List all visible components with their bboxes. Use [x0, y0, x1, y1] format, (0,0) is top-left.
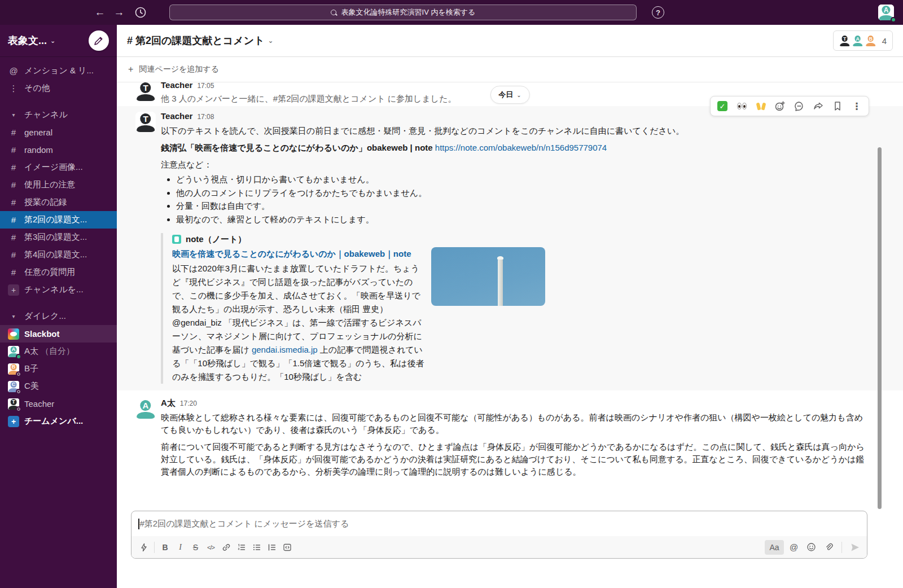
sidebar-channel-usage-notes[interactable]: #使用上の注意	[0, 176, 117, 194]
save-bookmark-button[interactable]	[828, 98, 847, 115]
bullet-item: 他の人のコメントにリプライをつけるかたちでもかまいません。	[176, 186, 865, 200]
note-site-icon	[172, 235, 181, 244]
gendai-link[interactable]: gendai.ismedia.jp	[252, 345, 318, 354]
author-name[interactable]: A太	[161, 397, 176, 409]
vertical-dots-icon: ⋮	[8, 84, 19, 94]
vertical-scrollbar[interactable]	[878, 147, 882, 509]
search-icon	[331, 10, 337, 16]
code-block-button[interactable]	[279, 540, 295, 555]
check-mark-reaction-button[interactable]: ✓	[713, 98, 732, 115]
sidebar-channel-session4[interactable]: #第4回の課題文...	[0, 246, 117, 264]
sidebar-channel-general[interactable]: #general	[0, 124, 117, 141]
send-button[interactable]	[847, 540, 862, 555]
avatar: C	[8, 381, 19, 392]
dm-section-header[interactable]: ▾ ダイレク...	[0, 308, 117, 325]
dm-b[interactable]: B B子	[0, 360, 117, 378]
triangle-down-icon: ▾	[8, 112, 19, 118]
shortcuts-button[interactable]	[136, 540, 151, 555]
sidebar-channel-image[interactable]: #イメージ画像...	[0, 159, 117, 176]
sidebar-channel-session3[interactable]: #第3回の課題文...	[0, 229, 117, 246]
chevron-down-icon: ⌄	[516, 92, 521, 98]
dm-a-self[interactable]: A A太（自分）	[0, 343, 117, 360]
dm-teacher[interactable]: T Teacher	[0, 395, 117, 413]
add-channel-button[interactable]: +チャンネルを...	[0, 281, 117, 299]
member-count-button[interactable]: T A B 4	[833, 30, 893, 51]
self-suffix: （自分）	[41, 346, 74, 357]
search-input[interactable]: 表象文化論特殊研究演習IV 内を検索する	[169, 5, 637, 20]
timestamp[interactable]: 17:08	[197, 111, 214, 122]
history-back-button[interactable]: ←	[90, 6, 109, 19]
at-icon: @	[8, 66, 19, 76]
strikethrough-button[interactable]: S	[188, 540, 203, 555]
mention-button[interactable]: @	[786, 540, 801, 555]
avatar[interactable]: T	[135, 82, 156, 101]
blockquote-button[interactable]	[264, 540, 279, 555]
message-list: T Teacher 17:05 他 3 人のメンバーと一緒に、#第2回の課題文献…	[117, 82, 903, 511]
ordered-list-button[interactable]	[234, 540, 249, 555]
add-reaction-button[interactable]	[770, 98, 790, 115]
hash-icon: #	[8, 128, 19, 137]
preview-site-name: note（ノート）	[186, 233, 246, 245]
ordered-list-icon	[237, 543, 246, 552]
emoji-button[interactable]	[804, 540, 819, 555]
sidebar-item-mentions[interactable]: @ メンション & リ...	[0, 62, 117, 80]
reply-in-thread-button[interactable]	[790, 98, 809, 115]
workspace-header[interactable]: 表象文... ⌄	[0, 25, 117, 57]
preview-thumbnail-image[interactable]	[431, 247, 545, 306]
timestamp[interactable]: 17:05	[197, 82, 214, 91]
thread-icon	[794, 100, 805, 112]
sidebar-item-label: その他	[24, 83, 50, 94]
channel-header: # 第2回の課題文献とコメント ⌄ T A B 4	[117, 25, 903, 57]
channels-section-header[interactable]: ▾ チャンネル	[0, 106, 117, 124]
dm-c[interactable]: C C美	[0, 378, 117, 395]
bookmark-icon	[832, 100, 843, 112]
bullet-list: どういう視点・切り口から書いてもかまいません。 他の人のコメントにリプライをつけ…	[161, 173, 865, 226]
author-name[interactable]: Teacher	[161, 111, 192, 122]
plus-icon: +	[128, 64, 133, 74]
avatar[interactable]: T	[135, 112, 156, 132]
bold-button[interactable]: B	[157, 540, 173, 555]
formatting-toggle-button[interactable]: Aa	[765, 540, 784, 555]
bullet-list-button[interactable]	[249, 540, 264, 555]
dm-slackbot[interactable]: Slackbot	[0, 325, 117, 343]
add-teammates-button[interactable]: +チームメンバ...	[0, 413, 117, 430]
composer-toolbar: B I S </> Aa @	[131, 536, 867, 558]
sidebar-channel-session2-selected[interactable]: #第2回の課題文...	[0, 211, 117, 229]
inline-code-button[interactable]: </>	[203, 540, 218, 555]
add-bookmark-button[interactable]: 関連ページを追加する	[139, 64, 219, 74]
sidebar-channel-class-records[interactable]: #授業の記録	[0, 194, 117, 211]
eyes-emoji-icon	[737, 103, 747, 109]
lightning-icon	[139, 543, 148, 552]
hash-icon: #	[8, 198, 19, 207]
notes-label: 注意点など：	[161, 159, 865, 171]
history-forward-button[interactable]: →	[109, 6, 129, 19]
author-name[interactable]: Teacher	[161, 82, 192, 91]
share-message-button[interactable]	[809, 98, 828, 115]
attach-file-button[interactable]	[821, 540, 836, 555]
help-button[interactable]: ?	[652, 6, 664, 19]
sidebar-channel-random[interactable]: #random	[0, 141, 117, 159]
eyes-reaction-button[interactable]	[732, 98, 751, 115]
sidebar-item-more[interactable]: ⋮ その他	[0, 80, 117, 97]
italic-button[interactable]: I	[173, 540, 188, 555]
article-url-link[interactable]: https://note.com/obakeweb/n/n156d9577907…	[435, 143, 607, 152]
message-input[interactable]: #第2回の課題文献とコメント にメッセージを送信する	[131, 511, 867, 536]
preview-description: 以下は2020年3月に書いたまま放置していたドラフトだ。ちょうど『現代ビジネス』…	[172, 262, 424, 384]
preview-title-link[interactable]: 映画を倍速で見ることのなにがわるいのか｜obakeweb｜note	[172, 249, 411, 258]
channel-title[interactable]: # 第2回の課題文献とコメント	[127, 34, 265, 47]
more-actions-button[interactable]: ⋮	[847, 98, 866, 115]
date-pill-button[interactable]: 今日 ⌄	[490, 86, 529, 104]
compose-button[interactable]	[89, 30, 109, 51]
timestamp[interactable]: 17:20	[180, 398, 197, 409]
raised-hands-reaction-button[interactable]	[751, 98, 770, 115]
bookmarks-bar: + 関連ページを追加する	[117, 57, 903, 82]
presence-online-icon	[16, 354, 21, 359]
user-avatar[interactable]: A	[878, 5, 894, 20]
workspace-name[interactable]: 表象文...	[8, 34, 47, 47]
link-button[interactable]	[218, 540, 234, 555]
hash-icon: #	[8, 215, 19, 225]
avatar[interactable]: A	[135, 398, 156, 419]
sidebar-channel-questions[interactable]: #任意の質問用	[0, 264, 117, 281]
history-clock-icon[interactable]	[133, 5, 148, 20]
composer-placeholder: #第2回の課題文献とコメント にメッセージを送信する	[140, 519, 349, 529]
